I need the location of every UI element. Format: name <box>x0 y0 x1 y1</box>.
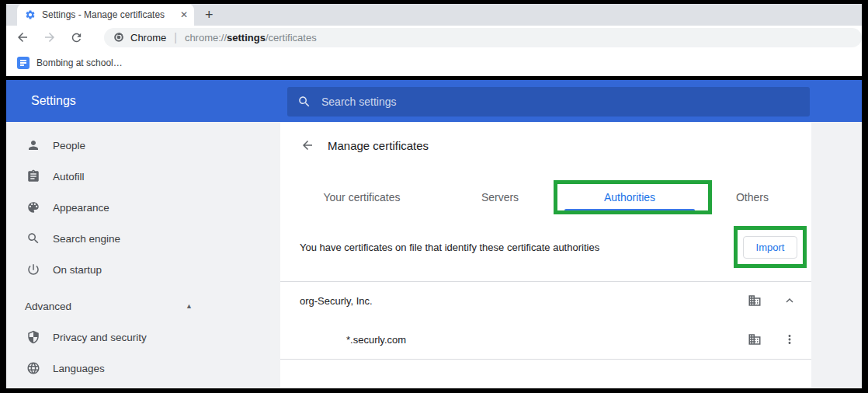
card-title: Manage certificates <box>328 139 429 152</box>
settings-header: Settings <box>6 80 862 122</box>
person-icon <box>26 138 40 152</box>
bookmark-doc-icon <box>17 57 30 69</box>
search-icon <box>26 231 40 245</box>
sidebar-item-privacy-and-security[interactable]: Privacy and security <box>6 322 280 353</box>
sidebar-advanced-toggle[interactable]: Advanced ▲ <box>6 290 280 322</box>
sidebar-item-label: Appearance <box>53 202 109 214</box>
sidebar-item-autofill[interactable]: Autofill <box>6 161 280 192</box>
site-label: Chrome <box>130 32 166 43</box>
advanced-label: Advanced <box>25 301 71 312</box>
sidebar-item-people[interactable]: People <box>6 130 280 161</box>
bookmark-item[interactable]: Bombing at school… <box>36 57 123 68</box>
list-divider <box>280 359 811 360</box>
reload-icon[interactable] <box>70 31 83 44</box>
sidebar-item-label: On startup <box>53 264 102 276</box>
sidebar-item-search-engine[interactable]: Search engine <box>6 223 280 254</box>
search-input[interactable] <box>321 96 800 108</box>
palette-icon <box>26 200 40 214</box>
browser-tab[interactable]: Settings - Manage certificates ✕ <box>17 4 194 26</box>
globe-icon <box>26 361 40 375</box>
more-options-icon[interactable] <box>783 332 797 346</box>
page-title: Settings <box>31 94 76 108</box>
sidebar-item-on-startup[interactable]: On startup <box>6 254 280 285</box>
clipboard-icon <box>26 169 40 183</box>
collapse-caret-icon: ▲ <box>186 302 193 310</box>
browser-toolbar: Chrome | chrome://settings/certificates <box>6 26 862 49</box>
tab-close-icon[interactable]: ✕ <box>180 10 188 19</box>
manage-certificates-card: Manage certificates Your certificates Se… <box>280 122 811 388</box>
collapse-chevron-up-icon[interactable] <box>783 294 797 308</box>
settings-gear-favicon-icon <box>25 9 36 20</box>
organization-building-icon <box>748 332 762 346</box>
tab-your-certificates[interactable]: Your certificates <box>300 180 424 214</box>
url-divider: | <box>172 31 179 43</box>
settings-page: People Autofill Appearance Search engine… <box>6 122 862 388</box>
sidebar-item-label: People <box>53 140 85 151</box>
certificate-name: *.securly.com <box>346 334 406 346</box>
sidebar-item-appearance[interactable]: Appearance <box>6 192 280 223</box>
tab-title: Settings - Manage certificates <box>42 9 174 20</box>
certificate-row[interactable]: *.securly.com <box>280 320 811 359</box>
back-arrow-icon[interactable] <box>300 138 314 152</box>
settings-search-box[interactable] <box>287 87 810 117</box>
bookmarks-bar: Bombing at school… <box>6 49 862 76</box>
certificate-group-name: org-Securly, Inc. <box>300 295 373 307</box>
highlight-box-authorities <box>554 180 712 214</box>
highlight-box-import <box>734 226 807 268</box>
sidebar-item-label: Languages <box>53 363 105 374</box>
new-tab-icon[interactable]: + <box>205 6 214 23</box>
chrome-logo-icon <box>113 32 124 43</box>
back-icon[interactable] <box>16 30 30 44</box>
authorities-description: You have certificates on file that ident… <box>300 242 599 253</box>
tab-servers[interactable]: Servers <box>438 180 562 214</box>
shield-icon <box>26 330 40 344</box>
tab-strip: Settings - Manage certificates ✕ + <box>6 4 862 26</box>
certificates-tabs: Your certificates Servers Authorities Ot… <box>280 180 811 217</box>
url-text: chrome://settings/certificates <box>185 32 317 43</box>
settings-sidebar: People Autofill Appearance Search engine… <box>6 122 280 388</box>
forward-icon[interactable] <box>43 30 57 44</box>
sidebar-item-label: Search engine <box>53 233 120 245</box>
search-icon <box>297 95 311 109</box>
sidebar-item-label: Privacy and security <box>53 332 147 343</box>
organization-building-icon <box>748 294 762 308</box>
address-bar[interactable]: Chrome | chrome://settings/certificates <box>104 28 862 47</box>
sidebar-item-label: Autofill <box>53 171 85 183</box>
certificate-group-row[interactable]: org-Securly, Inc. <box>280 281 811 320</box>
sidebar-item-languages[interactable]: Languages <box>6 353 280 384</box>
power-icon <box>26 263 40 276</box>
